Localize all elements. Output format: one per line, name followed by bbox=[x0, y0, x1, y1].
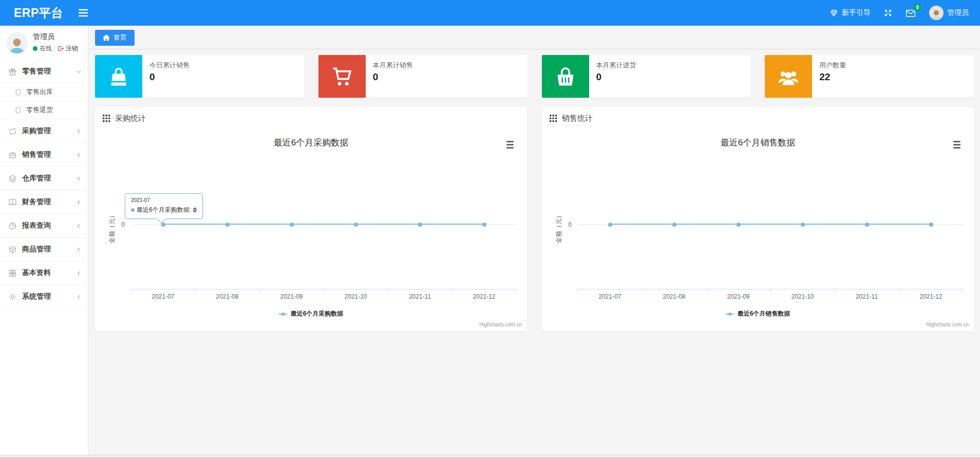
book-icon bbox=[8, 198, 17, 207]
panel-header: 采购统计 bbox=[95, 107, 527, 130]
data-point-marker bbox=[672, 223, 676, 227]
stat-card-month-sales: 本月累计销售 0 bbox=[318, 55, 527, 98]
gift-icon bbox=[8, 67, 17, 76]
tooltip-series-dot bbox=[131, 208, 135, 212]
sidebar-item-label: 财务管理 bbox=[22, 197, 51, 207]
sidebar-item-purchase-management[interactable]: 采购管理 bbox=[0, 119, 88, 143]
user-menu[interactable]: 管理员 bbox=[929, 6, 969, 20]
sidebar-user-panel: 管理员 在线 注销 bbox=[0, 26, 88, 60]
basket-icon bbox=[554, 65, 577, 88]
guide-button[interactable]: 新手引导 bbox=[830, 8, 871, 17]
stat-card-today-sales: 今日累计销售 0 bbox=[95, 55, 304, 98]
stat-value: 0 bbox=[373, 71, 413, 83]
tab-home[interactable]: 首页 bbox=[95, 30, 135, 46]
x-tick-label: 2021-12 bbox=[919, 293, 942, 300]
panel-title: 采购统计 bbox=[115, 114, 146, 123]
sidebar-item-label: 系统管理 bbox=[22, 292, 51, 301]
cart-icon bbox=[330, 65, 354, 88]
messages-button[interactable]: 0 bbox=[906, 9, 916, 17]
data-point-marker bbox=[865, 223, 869, 227]
th-grid-icon bbox=[550, 115, 557, 122]
tab-label: 首页 bbox=[114, 33, 127, 42]
axis-tick bbox=[963, 289, 964, 291]
user-avatar bbox=[929, 6, 944, 20]
legend[interactable]: 最近6个月销售数据 bbox=[542, 309, 974, 318]
sidebar-item-goods-management[interactable]: 商品管理 bbox=[0, 237, 88, 261]
stat-value: 0 bbox=[596, 71, 636, 83]
repeat-icon bbox=[8, 127, 17, 136]
legend[interactable]: 最近6个月采购数据 bbox=[95, 309, 527, 318]
stat-icon-box bbox=[765, 55, 812, 98]
data-point-marker bbox=[290, 223, 294, 227]
panel-header: 销售统计 bbox=[542, 107, 974, 130]
chevron-left-icon bbox=[76, 129, 82, 134]
sidebar-user-name: 管理员 bbox=[33, 32, 78, 42]
plot-area: 2021-072021-082021-092021-102021-112021-… bbox=[578, 130, 963, 332]
panel-sales-stats: 销售统计 最近6个月销售数据 金额（元） 0 2021-072021-08202… bbox=[542, 107, 974, 332]
axis-tick bbox=[259, 289, 260, 291]
home-icon bbox=[103, 34, 110, 41]
sidebar-item-sales-management[interactable]: 销售管理 bbox=[0, 143, 88, 167]
briefcase-icon bbox=[8, 151, 17, 159]
gem-icon bbox=[830, 9, 838, 17]
app-brand: ERP平台 bbox=[0, 5, 74, 21]
guide-label: 新手引导 bbox=[842, 8, 871, 17]
logout-label: 注销 bbox=[66, 44, 78, 53]
x-tick-label: 2021-08 bbox=[216, 293, 238, 300]
panel-purchase-stats: 采购统计 最近6个月采购数据 金额（元） 0 2021-072021-08202… bbox=[95, 107, 527, 332]
sidebar-toggle-button[interactable] bbox=[74, 4, 92, 22]
stat-icon-box bbox=[542, 55, 589, 98]
sidebar-item-retail-return[interactable]: 零售退货 bbox=[0, 101, 88, 119]
stat-icon-box bbox=[318, 55, 366, 98]
sidebar-item-label: 商品管理 bbox=[22, 245, 51, 254]
sidebar-item-basic-data[interactable]: 基本资料 bbox=[0, 261, 88, 285]
axis-tick bbox=[835, 289, 835, 291]
journal-icon bbox=[14, 88, 22, 96]
messages-badge: 0 bbox=[914, 4, 921, 11]
x-tick-label: 2021-09 bbox=[280, 293, 303, 300]
sidebar-item-finance-management[interactable]: 财务管理 bbox=[0, 190, 88, 214]
top-navbar: ERP平台 新手引导 0 管理员 bbox=[0, 0, 980, 26]
users-icon bbox=[777, 65, 800, 88]
sidebar-item-label: 零售退货 bbox=[26, 105, 53, 115]
sidebar-item-system-management[interactable]: 系统管理 bbox=[0, 285, 88, 308]
legend-label: 最近6个月销售数据 bbox=[738, 309, 790, 318]
x-tick-label: 2021-11 bbox=[409, 293, 431, 300]
sidebar-item-retail-outbound[interactable]: 零售出库 bbox=[0, 83, 88, 101]
chevron-left-icon bbox=[76, 199, 82, 205]
logout-link[interactable]: 注销 bbox=[57, 44, 78, 53]
tab-bar: 首页 bbox=[88, 26, 980, 49]
x-tick-label: 2021-10 bbox=[344, 293, 367, 300]
tooltip: 2021-07 最近6个月采购数据: 0 bbox=[125, 193, 203, 219]
sidebar-item-retail-management[interactable]: 零售管理 bbox=[0, 60, 88, 83]
sidebar-item-label: 基本资料 bbox=[22, 268, 51, 278]
x-tick-label: 2021-12 bbox=[473, 293, 495, 300]
legend-label: 最近6个月采购数据 bbox=[291, 309, 344, 318]
axis-tick bbox=[578, 289, 578, 291]
hamburger-icon bbox=[78, 9, 88, 17]
sidebar-menu: 零售管理 零售出库 零售退货 采购管理 销售管理 bbox=[0, 60, 88, 308]
sidebar-item-label: 仓库管理 bbox=[22, 174, 51, 183]
x-tick-label: 2021-11 bbox=[856, 293, 878, 300]
series-line bbox=[610, 224, 931, 225]
sidebar-item-warehouse-management[interactable]: 仓库管理 bbox=[0, 167, 88, 190]
chevron-left-icon bbox=[76, 223, 82, 229]
axis-tick bbox=[131, 289, 131, 291]
axis-tick bbox=[452, 289, 453, 291]
box-icon bbox=[8, 245, 17, 254]
tooltip-value: 0 bbox=[193, 207, 197, 214]
y-tick-label: 0 bbox=[109, 221, 125, 228]
gear-icon bbox=[8, 293, 17, 301]
expand-icon bbox=[884, 9, 892, 17]
fullscreen-button[interactable] bbox=[884, 9, 892, 17]
axis-tick bbox=[324, 289, 324, 291]
shopping-bag-icon bbox=[107, 65, 130, 88]
stat-card-user-count: 用户数量 22 bbox=[765, 55, 974, 98]
sidebar-item-report-query[interactable]: 报表查询 bbox=[0, 214, 88, 237]
axis-tick bbox=[706, 289, 707, 291]
axis-tick bbox=[516, 289, 517, 291]
stat-label: 今日累计销售 bbox=[149, 61, 190, 70]
axis-tick bbox=[899, 289, 899, 291]
stat-value: 22 bbox=[819, 71, 846, 83]
sidebar-item-label: 销售管理 bbox=[22, 150, 51, 159]
